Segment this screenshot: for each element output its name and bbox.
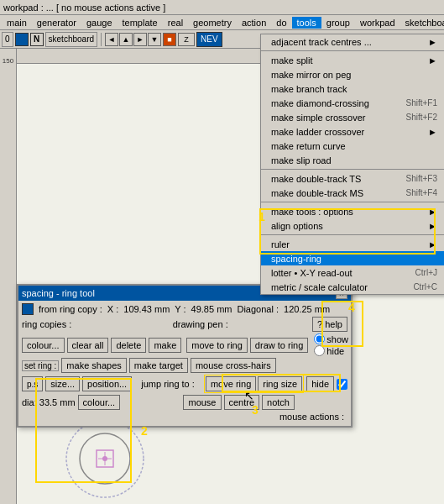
titlebar-text: workpad : ... [ no mouse actions active …	[3, 3, 165, 13]
move-to-ring-button[interactable]: move to ring	[186, 338, 248, 353]
toolbar-btn-0[interactable]: 0	[2, 32, 13, 47]
toolbar-nav-up[interactable]: ▲	[119, 33, 133, 46]
menu-item-return[interactable]: make return curve	[261, 139, 444, 153]
ring-size-button[interactable]: ring size	[258, 376, 302, 391]
annotation-1: 1	[259, 210, 265, 223]
jump-mouse-button[interactable]: mouse	[183, 395, 221, 410]
menu-divider-2	[261, 169, 444, 170]
menu-do[interactable]: do	[271, 17, 291, 29]
menu-divider-4	[261, 234, 444, 235]
menu-item-lotter[interactable]: lotter • X-Y read-out Ctrl+J	[261, 265, 444, 280]
svg-point-5	[102, 456, 107, 461]
spacing-ring-dialog: spacing - ring tool × from ring copy : X…	[17, 284, 353, 428]
set-ring-row: set ring : make shapes make target mouse…	[22, 358, 347, 373]
menu-tools[interactable]: tools	[292, 17, 321, 29]
menu-item-adjacent-label: adjacent track centres ...	[271, 37, 372, 47]
ring-copies-row: ring copies : drawing pen : ? help	[22, 317, 347, 332]
diag-value: 120.25 mm	[284, 304, 330, 314]
menu-geometry[interactable]: geometry	[188, 17, 237, 29]
clear-all-button[interactable]: clear all	[67, 338, 109, 353]
menu-item-split[interactable]: make split ►	[261, 53, 444, 67]
dropdown-menu: adjacent track centres ... ► make split …	[260, 34, 444, 295]
menu-item-spacing-ring[interactable]: spacing-ring	[261, 251, 444, 265]
toolbar-nav-down[interactable]: ▼	[148, 33, 161, 46]
arrow-icon: ►	[428, 207, 437, 217]
from-ring-label: from ring copy :	[39, 304, 102, 314]
toolbar-nav-left[interactable]: ◄	[105, 33, 118, 46]
show-radio-row: show	[314, 333, 348, 344]
menu-main[interactable]: main	[2, 17, 32, 29]
set-ring-label: set ring :	[22, 360, 59, 371]
colour-button[interactable]: colour...	[22, 338, 65, 353]
x-value: 109.43 mm	[123, 304, 170, 314]
menu-workpad[interactable]: workpad	[355, 17, 400, 29]
mouse-cross-hairs-button[interactable]: mouse cross-hairs	[191, 358, 276, 373]
menu-item-ruler[interactable]: ruler ►	[261, 237, 444, 251]
menu-item-make-tools[interactable]: make tools : options ►	[261, 204, 444, 218]
toolbar-z[interactable]: Z	[178, 33, 195, 46]
menu-item-double-ms[interactable]: make double-track MS Shift+F4	[261, 186, 444, 200]
menu-real[interactable]: real	[163, 17, 188, 29]
menu-item-mirror[interactable]: make mirror on peg	[261, 67, 444, 81]
hide-button[interactable]: hide	[306, 376, 334, 391]
size-button[interactable]: size...	[45, 376, 80, 391]
annotation-3: 3	[252, 403, 259, 417]
arrow-icon: ►	[428, 239, 437, 249]
y-label: Y :	[175, 304, 185, 314]
menu-item-double-ts[interactable]: make double-track TS Shift+F3	[261, 171, 444, 186]
mouse-actions-label: mouse actions :	[279, 412, 344, 422]
show-label: show	[326, 334, 348, 344]
toolbar-icon-blue	[15, 33, 29, 46]
menu-item-branch[interactable]: make branch track	[261, 81, 444, 96]
menubar: main generator gauge template real geome…	[0, 15, 444, 30]
hide-label: hide	[326, 346, 344, 356]
toolbar-nav-right[interactable]: ►	[133, 33, 147, 46]
menu-item-ladder[interactable]: make ladder crossover ►	[261, 124, 444, 139]
toolbar-btn-n[interactable]: N	[30, 33, 44, 46]
jump-notch-button[interactable]: notch	[262, 395, 295, 410]
menu-divider-3	[261, 202, 444, 202]
menu-sketchboard[interactable]: sketchboard	[400, 17, 444, 29]
menu-item-diamond[interactable]: make diamond-crossing Shift+F1	[261, 96, 444, 110]
arrow-icon: ►	[428, 37, 437, 47]
menu-generator[interactable]: generator	[32, 17, 81, 29]
delete-button[interactable]: delete	[111, 338, 146, 353]
dia-colour-button[interactable]: colour...	[78, 395, 121, 410]
dialog-body: from ring copy : X : 109.43 mm Y : 49.85…	[18, 301, 351, 426]
menu-item-simple-crossover[interactable]: make simple crossover Shift+F2	[261, 110, 444, 124]
make-target-button[interactable]: make target	[129, 358, 188, 373]
annotation-2: 2	[141, 424, 148, 438]
menu-divider-1	[261, 50, 444, 51]
x-label: X :	[107, 304, 118, 314]
make-shapes-button[interactable]: make shapes	[61, 358, 126, 373]
menu-gauge[interactable]: gauge	[81, 17, 118, 29]
diag-label: Diagonal :	[237, 304, 279, 314]
jump-ring-to-label: jump ring to :	[141, 379, 195, 389]
menu-template[interactable]: template	[118, 17, 163, 29]
mouse-actions-label-row: mouse actions :	[22, 412, 347, 422]
position-button[interactable]: position...	[82, 376, 132, 391]
draw-to-ring-button[interactable]: draw to ring	[250, 338, 308, 353]
hide-radio[interactable]	[314, 345, 325, 356]
ring-copies-label: ring copies :	[22, 319, 71, 329]
show-hide-radio-group: show hide	[314, 333, 348, 356]
show-radio[interactable]	[314, 333, 325, 344]
menu-item-metric[interactable]: metric / scale calculator Ctrl+C	[261, 280, 444, 294]
dialog-title: spacing - ring tool	[22, 288, 95, 298]
dialog-color-indicator	[22, 303, 34, 315]
arrow-icon: ►	[428, 55, 437, 66]
ps-button[interactable]: p.s	[22, 376, 43, 391]
menu-group[interactable]: group	[321, 17, 355, 29]
menu-item-slip[interactable]: make slip road	[261, 153, 444, 167]
toolbar-nav-group: ◄ ▲ ► ▼	[105, 33, 161, 46]
help-button[interactable]: ? help	[312, 317, 347, 332]
menu-item-align[interactable]: align options ►	[261, 218, 444, 233]
hide-checkbox[interactable]	[337, 379, 347, 390]
toolbar-sketchboard[interactable]: sketchboard	[45, 32, 97, 47]
make-button[interactable]: make	[149, 338, 181, 353]
toolbar-new-btn[interactable]: NEV	[196, 32, 222, 47]
menu-item-adjacent[interactable]: adjacent track centres ... ►	[261, 34, 444, 49]
menu-action[interactable]: action	[237, 17, 271, 29]
toolbar-stop[interactable]: ■	[163, 33, 176, 46]
titlebar: workpad : ... [ no mouse actions active …	[0, 0, 444, 15]
